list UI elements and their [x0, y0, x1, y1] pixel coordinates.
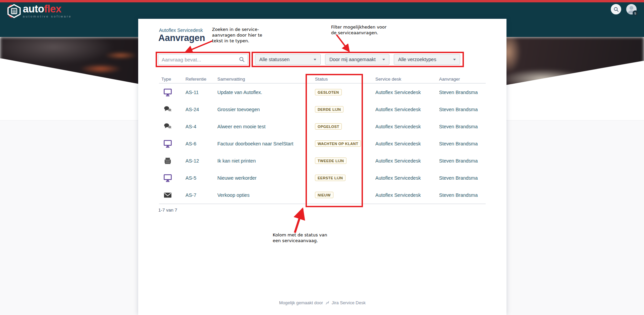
summary-link: Alweer een mooie test	[215, 124, 313, 129]
monitor-icon	[163, 139, 172, 148]
column-header: Referentie	[183, 77, 215, 82]
requester-cell: Steven Brandsma	[437, 107, 486, 112]
page-title: Aanvragen	[158, 33, 205, 43]
logo-wordmark: autoflex	[23, 4, 72, 14]
requester-cell: Steven Brandsma	[437, 124, 486, 129]
service-desk-cell: Autoflex Servicedesk	[373, 175, 437, 181]
monitor-icon	[163, 88, 172, 97]
type-cell	[159, 122, 183, 131]
service-desk-cell: Autoflex Servicedesk	[373, 158, 437, 164]
status-cell: WACHTEN OP KLANT	[313, 140, 373, 147]
reference-link: AS-7	[183, 192, 215, 198]
search-input[interactable]	[158, 54, 248, 65]
table-row[interactable]: AS-7 Verkoop opties NIEUW Autoflex Servi…	[159, 186, 486, 204]
requests-table: TypeReferentieSamenvattingStatusService …	[159, 75, 486, 204]
service-desk-cell: Autoflex Servicedesk	[373, 90, 437, 95]
pagination-text: 1-7 van 7	[158, 208, 177, 213]
table-header-row: TypeReferentieSamenvattingStatusService …	[159, 75, 486, 84]
reference-link: AS-11	[183, 90, 215, 95]
dropdown-selected-value: Door mij aangemaakt	[329, 57, 376, 62]
status-badge: EERSTE LIJN	[315, 175, 345, 181]
column-header: Service desk	[373, 77, 437, 82]
reference-link: AS-4	[183, 124, 215, 129]
requester-cell: Steven Brandsma	[437, 175, 486, 181]
type-cell	[159, 156, 183, 165]
table-row[interactable]: AS-4 Alweer een mooie test OPGELOST Auto…	[159, 118, 486, 135]
column-header: Samenvatting	[215, 77, 313, 82]
user-avatar[interactable]: 5	[626, 4, 637, 14]
status-cell: EERSTE LIJN	[313, 175, 373, 181]
powered-by-label: Mogelijk gemaakt door	[279, 300, 323, 305]
jira-service-desk-link[interactable]: Jira Service Desk	[332, 300, 366, 305]
filter-dropdown[interactable]: Alle statussen	[255, 54, 321, 65]
magnifier-icon	[238, 56, 245, 63]
jira-logo-icon	[325, 301, 330, 305]
dropdown-selected-value: Alle statussen	[259, 57, 289, 62]
type-cell	[159, 139, 183, 148]
requester-cell: Steven Brandsma	[437, 192, 486, 198]
filter-dropdown[interactable]: Alle verzoektypes	[394, 54, 460, 65]
service-desk-cell: Autoflex Servicedesk	[373, 141, 437, 146]
chat-icon	[163, 105, 172, 114]
breadcrumb[interactable]: Autoflex Servicedesk	[159, 28, 203, 33]
service-desk-cell: Autoflex Servicedesk	[373, 107, 437, 112]
logo-tagline: automotive software	[23, 14, 72, 18]
table-row[interactable]: AS-24 Grossier toevoegen DERDE LIJN Auto…	[159, 101, 486, 118]
column-header: Aanvrager	[437, 77, 486, 82]
dropdown-selected-value: Alle verzoektypes	[398, 57, 436, 62]
summary-link: Grossier toevoegen	[215, 107, 313, 112]
status-badge: OPGELOST	[315, 123, 342, 130]
annotation-box-filters: Alle statussen Door mij aangemaakt Alle …	[252, 52, 464, 67]
filter-dropdowns: Alle statussen Door mij aangemaakt Alle …	[255, 54, 460, 65]
summary-link: Factuur doorboeken naar SnelStart	[215, 141, 313, 146]
status-badge: WACHTEN OP KLANT	[315, 140, 361, 147]
table-row[interactable]: AS-11 Update van Autoflex. GESLOTEN Auto…	[159, 84, 486, 101]
table-row[interactable]: AS-5 Nieuwe werkorder EERSTE LIJN Autofl…	[159, 169, 486, 186]
table-row[interactable]: AS-6 Factuur doorboeken naar SnelStart W…	[159, 135, 486, 152]
summary-link: Verkoop opties	[215, 192, 313, 198]
search-button[interactable]	[611, 4, 621, 14]
reference-link: AS-6	[183, 141, 215, 146]
autoflex-hexagon-icon	[7, 4, 21, 18]
type-cell	[159, 191, 183, 199]
status-cell: TWEEDE LIJN	[313, 158, 373, 164]
type-cell	[159, 174, 183, 182]
status-badge: NIEUW	[315, 192, 333, 198]
column-header: Status	[313, 77, 373, 82]
annotation-box-search	[156, 52, 250, 67]
table-body: AS-11 Update van Autoflex. GESLOTEN Auto…	[159, 84, 486, 204]
status-badge: GESLOTEN	[315, 89, 342, 95]
reference-link: AS-24	[183, 107, 215, 112]
portal-page: autoflex automotive software 5	[0, 0, 644, 315]
chevron-down-icon	[453, 59, 456, 60]
type-cell	[159, 105, 183, 114]
summary-link: Update van Autoflex.	[215, 90, 313, 95]
summary-link: Nieuwe werkorder	[215, 175, 313, 181]
reference-link: AS-12	[183, 158, 215, 164]
service-desk-card: Autoflex Servicedesk Aanvragen Alle stat…	[138, 19, 506, 315]
service-desk-cell: Autoflex Servicedesk	[373, 124, 437, 129]
status-cell: OPGELOST	[313, 123, 373, 130]
requester-cell: Steven Brandsma	[437, 158, 486, 164]
printer-icon	[163, 156, 172, 165]
powered-by-footer: Mogelijk gemaakt door Jira Service Desk	[138, 300, 506, 305]
status-badge: DERDE LIJN	[315, 106, 343, 113]
column-header: Type	[159, 77, 183, 82]
status-cell: NIEUW	[313, 192, 373, 198]
chevron-down-icon	[382, 59, 385, 60]
chevron-down-icon	[314, 59, 316, 60]
search-icon	[613, 6, 619, 12]
filter-dropdown[interactable]: Door mij aangemaakt	[325, 54, 389, 65]
status-cell: DERDE LIJN	[313, 106, 373, 113]
status-cell: GESLOTEN	[313, 89, 373, 95]
autoflex-logo[interactable]: autoflex automotive software	[7, 4, 72, 18]
summary-link: Ik kan niet printen	[215, 158, 313, 164]
requester-cell: Steven Brandsma	[437, 141, 486, 146]
reference-link: AS-5	[183, 175, 215, 181]
notification-badge: 5	[633, 10, 638, 16]
envelope-icon	[163, 191, 172, 199]
type-cell	[159, 88, 183, 97]
table-row[interactable]: AS-12 Ik kan niet printen TWEEDE LIJN Au…	[159, 152, 486, 169]
requester-cell: Steven Brandsma	[437, 90, 486, 95]
monitor-icon	[163, 174, 172, 182]
